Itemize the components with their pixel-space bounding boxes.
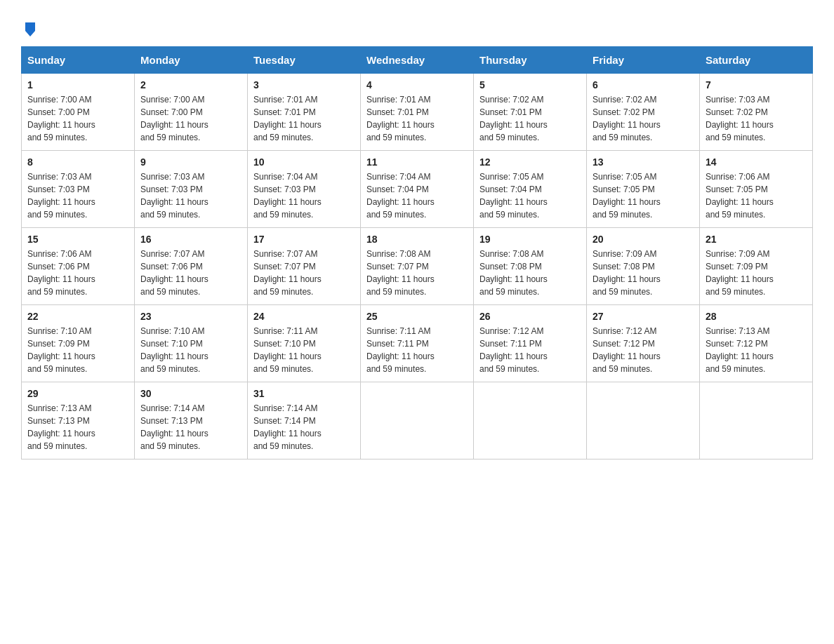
day-number: 7 xyxy=(706,79,807,90)
calendar-cell: 9 Sunrise: 7:03 AMSunset: 7:03 PMDayligh… xyxy=(135,151,248,228)
calendar-cell: 17 Sunrise: 7:07 AMSunset: 7:07 PMDaylig… xyxy=(248,228,361,305)
day-info: Sunrise: 7:04 AMSunset: 7:04 PMDaylight:… xyxy=(366,172,435,220)
day-number: 13 xyxy=(593,156,694,168)
day-info: Sunrise: 7:10 AMSunset: 7:10 PMDaylight:… xyxy=(140,326,208,374)
day-number: 23 xyxy=(140,311,241,322)
calendar-week-3: 15 Sunrise: 7:06 AMSunset: 7:06 PMDaylig… xyxy=(22,228,813,305)
calendar-cell xyxy=(700,382,813,459)
day-info: Sunrise: 7:00 AMSunset: 7:00 PMDaylight:… xyxy=(27,95,95,142)
weekday-header-sunday: Sunday xyxy=(22,47,135,74)
day-info: Sunrise: 7:02 AMSunset: 7:01 PMDaylight:… xyxy=(479,95,548,142)
day-info: Sunrise: 7:13 AMSunset: 7:13 PMDaylight:… xyxy=(27,403,95,451)
weekday-header-monday: Monday xyxy=(135,47,248,74)
day-info: Sunrise: 7:03 AMSunset: 7:03 PMDaylight:… xyxy=(27,172,95,220)
day-number: 5 xyxy=(479,79,581,90)
day-info: Sunrise: 7:03 AMSunset: 7:03 PMDaylight:… xyxy=(140,172,208,220)
day-info: Sunrise: 7:01 AMSunset: 7:01 PMDaylight:… xyxy=(253,95,322,142)
day-number: 20 xyxy=(593,234,694,245)
calendar-cell: 7 Sunrise: 7:03 AMSunset: 7:02 PMDayligh… xyxy=(700,74,813,151)
calendar-cell: 26 Sunrise: 7:12 AMSunset: 7:11 PMDaylig… xyxy=(474,305,587,382)
day-number: 3 xyxy=(253,79,355,90)
day-number: 16 xyxy=(140,234,241,245)
calendar-cell: 14 Sunrise: 7:06 AMSunset: 7:05 PMDaylig… xyxy=(700,151,813,228)
calendar-cell: 1 Sunrise: 7:00 AMSunset: 7:00 PMDayligh… xyxy=(22,74,135,151)
day-info: Sunrise: 7:05 AMSunset: 7:05 PMDaylight:… xyxy=(593,172,661,220)
day-number: 18 xyxy=(366,234,468,245)
day-number: 10 xyxy=(253,156,355,168)
day-number: 27 xyxy=(593,311,694,322)
day-info: Sunrise: 7:07 AMSunset: 7:07 PMDaylight:… xyxy=(253,249,322,297)
day-info: Sunrise: 7:14 AMSunset: 7:14 PMDaylight:… xyxy=(253,403,322,451)
day-info: Sunrise: 7:13 AMSunset: 7:12 PMDaylight:… xyxy=(706,326,774,374)
calendar-cell: 22 Sunrise: 7:10 AMSunset: 7:09 PMDaylig… xyxy=(22,305,135,382)
day-number: 6 xyxy=(593,79,694,90)
day-info: Sunrise: 7:04 AMSunset: 7:03 PMDaylight:… xyxy=(253,172,322,220)
day-number: 12 xyxy=(479,156,581,168)
calendar-cell: 27 Sunrise: 7:12 AMSunset: 7:12 PMDaylig… xyxy=(587,305,700,382)
day-number: 1 xyxy=(27,79,128,90)
logo-arrow-icon xyxy=(22,21,38,36)
day-number: 15 xyxy=(27,234,128,245)
day-info: Sunrise: 7:05 AMSunset: 7:04 PMDaylight:… xyxy=(479,172,548,220)
day-info: Sunrise: 7:10 AMSunset: 7:09 PMDaylight:… xyxy=(27,326,95,374)
day-number: 4 xyxy=(366,79,468,90)
calendar-cell: 19 Sunrise: 7:08 AMSunset: 7:08 PMDaylig… xyxy=(474,228,587,305)
day-number: 22 xyxy=(27,311,128,322)
calendar-cell: 3 Sunrise: 7:01 AMSunset: 7:01 PMDayligh… xyxy=(248,74,361,151)
day-number: 17 xyxy=(253,234,355,245)
day-info: Sunrise: 7:00 AMSunset: 7:00 PMDaylight:… xyxy=(140,95,208,142)
day-number: 11 xyxy=(366,156,468,168)
day-number: 28 xyxy=(706,311,807,322)
calendar-cell: 16 Sunrise: 7:07 AMSunset: 7:06 PMDaylig… xyxy=(135,228,248,305)
calendar-cell: 23 Sunrise: 7:10 AMSunset: 7:10 PMDaylig… xyxy=(135,305,248,382)
weekday-header-thursday: Thursday xyxy=(474,47,587,74)
calendar-cell xyxy=(361,382,474,459)
day-info: Sunrise: 7:02 AMSunset: 7:02 PMDaylight:… xyxy=(593,95,661,142)
calendar-cell: 12 Sunrise: 7:05 AMSunset: 7:04 PMDaylig… xyxy=(474,151,587,228)
day-info: Sunrise: 7:06 AMSunset: 7:05 PMDaylight:… xyxy=(706,172,774,220)
calendar-cell xyxy=(474,382,587,459)
day-info: Sunrise: 7:08 AMSunset: 7:07 PMDaylight:… xyxy=(366,249,435,297)
calendar-cell: 8 Sunrise: 7:03 AMSunset: 7:03 PMDayligh… xyxy=(22,151,135,228)
day-info: Sunrise: 7:12 AMSunset: 7:12 PMDaylight:… xyxy=(593,326,661,374)
calendar-cell: 28 Sunrise: 7:13 AMSunset: 7:12 PMDaylig… xyxy=(700,305,813,382)
day-number: 21 xyxy=(706,234,807,245)
calendar-cell: 15 Sunrise: 7:06 AMSunset: 7:06 PMDaylig… xyxy=(22,228,135,305)
day-number: 31 xyxy=(253,388,355,399)
day-info: Sunrise: 7:07 AMSunset: 7:06 PMDaylight:… xyxy=(140,249,208,297)
calendar-cell: 5 Sunrise: 7:02 AMSunset: 7:01 PMDayligh… xyxy=(474,74,587,151)
weekday-header-wednesday: Wednesday xyxy=(361,47,474,74)
calendar-cell: 4 Sunrise: 7:01 AMSunset: 7:01 PMDayligh… xyxy=(361,74,474,151)
calendar-cell: 10 Sunrise: 7:04 AMSunset: 7:03 PMDaylig… xyxy=(248,151,361,228)
calendar-cell: 25 Sunrise: 7:11 AMSunset: 7:11 PMDaylig… xyxy=(361,305,474,382)
weekday-header-friday: Friday xyxy=(587,47,700,74)
calendar-week-5: 29 Sunrise: 7:13 AMSunset: 7:13 PMDaylig… xyxy=(22,382,813,459)
day-number: 19 xyxy=(479,234,581,245)
day-info: Sunrise: 7:01 AMSunset: 7:01 PMDaylight:… xyxy=(366,95,435,142)
calendar-cell: 11 Sunrise: 7:04 AMSunset: 7:04 PMDaylig… xyxy=(361,151,474,228)
logo xyxy=(21,21,38,32)
day-number: 14 xyxy=(706,156,807,168)
calendar-cell: 20 Sunrise: 7:09 AMSunset: 7:08 PMDaylig… xyxy=(587,228,700,305)
day-info: Sunrise: 7:11 AMSunset: 7:11 PMDaylight:… xyxy=(366,326,435,374)
calendar-cell xyxy=(587,382,700,459)
calendar-cell: 2 Sunrise: 7:00 AMSunset: 7:00 PMDayligh… xyxy=(135,74,248,151)
calendar-cell: 29 Sunrise: 7:13 AMSunset: 7:13 PMDaylig… xyxy=(22,382,135,459)
calendar-cell: 13 Sunrise: 7:05 AMSunset: 7:05 PMDaylig… xyxy=(587,151,700,228)
day-info: Sunrise: 7:12 AMSunset: 7:11 PMDaylight:… xyxy=(479,326,548,374)
calendar-week-1: 1 Sunrise: 7:00 AMSunset: 7:00 PMDayligh… xyxy=(22,74,813,151)
day-number: 9 xyxy=(140,156,241,168)
calendar-cell: 21 Sunrise: 7:09 AMSunset: 7:09 PMDaylig… xyxy=(700,228,813,305)
svg-marker-0 xyxy=(25,22,35,36)
day-number: 29 xyxy=(27,388,128,399)
weekday-header-saturday: Saturday xyxy=(700,47,813,74)
calendar-cell: 18 Sunrise: 7:08 AMSunset: 7:07 PMDaylig… xyxy=(361,228,474,305)
weekday-header-row: SundayMondayTuesdayWednesdayThursdayFrid… xyxy=(22,47,813,74)
calendar-week-4: 22 Sunrise: 7:10 AMSunset: 7:09 PMDaylig… xyxy=(22,305,813,382)
weekday-header-tuesday: Tuesday xyxy=(248,47,361,74)
day-number: 25 xyxy=(366,311,468,322)
day-number: 24 xyxy=(253,311,355,322)
calendar-cell: 6 Sunrise: 7:02 AMSunset: 7:02 PMDayligh… xyxy=(587,74,700,151)
day-info: Sunrise: 7:08 AMSunset: 7:08 PMDaylight:… xyxy=(479,249,548,297)
day-info: Sunrise: 7:06 AMSunset: 7:06 PMDaylight:… xyxy=(27,249,95,297)
